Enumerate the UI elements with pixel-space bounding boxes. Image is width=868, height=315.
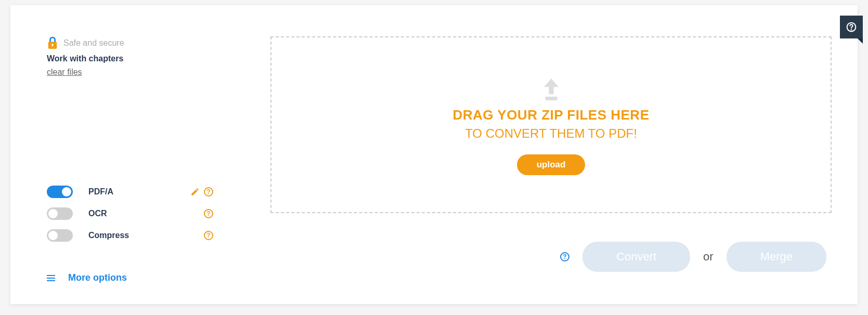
hamburger-icon bbox=[47, 275, 55, 281]
toggle-row-compress: Compress ? bbox=[47, 225, 234, 246]
svg-point-1 bbox=[851, 30, 852, 30]
toggle-label-ocr: OCR bbox=[88, 209, 204, 218]
toggle-label-compress: Compress bbox=[88, 231, 204, 240]
help-icon-compress[interactable]: ? bbox=[204, 231, 213, 240]
upload-icon bbox=[537, 75, 566, 104]
toggle-compress[interactable] bbox=[47, 229, 73, 242]
lock-icon bbox=[47, 36, 58, 50]
toggle-pdfa[interactable] bbox=[47, 186, 73, 198]
clear-files-link[interactable]: clear files bbox=[47, 68, 234, 77]
more-options-button[interactable]: More options bbox=[47, 272, 234, 283]
toggle-ocr[interactable] bbox=[47, 207, 73, 220]
dropzone-title: DRAG YOUR ZIP FILES HERE bbox=[453, 107, 650, 123]
svg-rect-5 bbox=[545, 97, 557, 100]
toggle-list: PDF/A ? OCR ? Compress ? bbox=[47, 181, 234, 246]
safe-secure-row: Safe and secure bbox=[47, 36, 234, 50]
help-icon-actions[interactable]: ? bbox=[560, 252, 569, 261]
toggle-row-pdfa: PDF/A ? bbox=[47, 181, 234, 203]
svg-rect-4 bbox=[52, 45, 53, 47]
help-icon-ocr[interactable]: ? bbox=[204, 209, 213, 218]
toggle-label-pdfa: PDF/A bbox=[88, 187, 190, 196]
help-icon-pdfa[interactable]: ? bbox=[204, 187, 213, 196]
more-options-label: More options bbox=[68, 272, 127, 283]
edit-icon[interactable] bbox=[190, 187, 200, 196]
safe-secure-label: Safe and secure bbox=[63, 38, 124, 48]
merge-button[interactable]: Merge bbox=[727, 242, 826, 272]
or-label: or bbox=[703, 250, 714, 264]
left-panel: Safe and secure Work with chapters clear… bbox=[47, 36, 234, 283]
main-card: Safe and secure Work with chapters clear… bbox=[10, 5, 858, 304]
dropzone[interactable]: DRAG YOUR ZIP FILES HERE TO CONVERT THEM… bbox=[270, 36, 832, 213]
upload-button[interactable]: upload bbox=[517, 154, 586, 175]
right-panel: DRAG YOUR ZIP FILES HERE TO CONVERT THEM… bbox=[270, 36, 832, 272]
work-with-chapters-label: Work with chapters bbox=[47, 54, 234, 63]
help-badge[interactable] bbox=[840, 16, 863, 38]
dropzone-subtitle: TO CONVERT THEM TO PDF! bbox=[465, 126, 637, 141]
toggle-row-ocr: OCR ? bbox=[47, 203, 234, 225]
convert-button[interactable]: Convert bbox=[582, 242, 690, 272]
action-row: ? Convert or Merge bbox=[270, 242, 832, 272]
question-icon bbox=[846, 22, 857, 32]
